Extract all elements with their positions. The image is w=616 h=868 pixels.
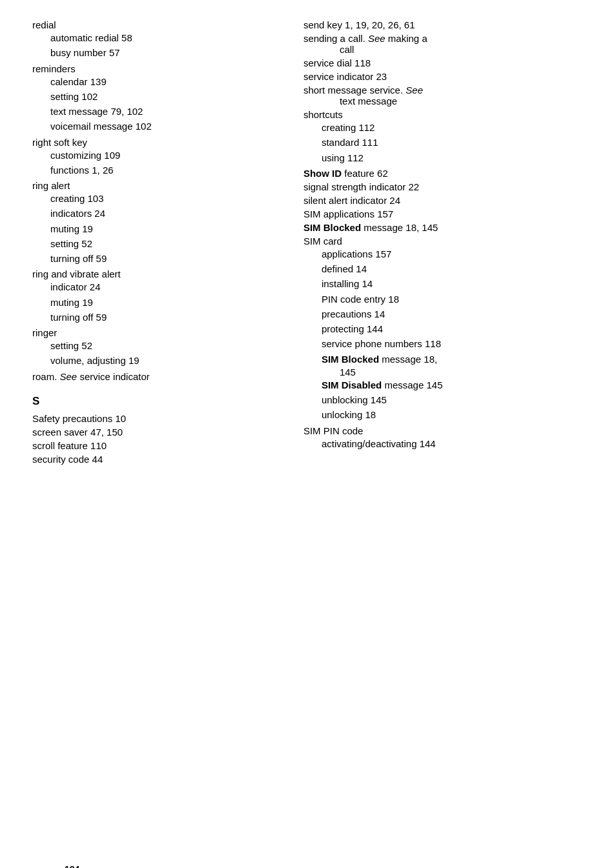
safety-entry: Safety precautions 10: [32, 413, 284, 424]
sim-card-entry: SIM card applications 157 defined 14 ins…: [303, 236, 584, 423]
right-soft-key-main: right soft key: [32, 137, 284, 148]
redial-entry: redial automatic redial 58 busy number 5…: [32, 19, 284, 61]
ring-alert-turning-off: turning off 59: [32, 251, 284, 266]
service-indicator-main: service indicator 23: [303, 71, 584, 82]
sim-blocked-sub-cont: 145: [303, 367, 584, 378]
ringer-entry: ringer setting 52 volume, adjusting 19: [32, 327, 284, 368]
shortcuts-main: shortcuts: [303, 109, 584, 120]
ring-alert-main: ring alert: [32, 180, 284, 191]
right-soft-key-functions: functions 1, 26: [32, 163, 284, 177]
reminders-voicemail: voicemail message 102: [32, 119, 284, 134]
silent-alert-entry: silent alert indicator 24: [303, 195, 584, 206]
sim-card-unblocking: unblocking 145: [303, 392, 584, 407]
sim-card-unlocking: unlocking 18: [303, 407, 584, 422]
sim-card-main: SIM card: [303, 236, 584, 247]
scroll-feature-main: scroll feature 110: [32, 440, 284, 451]
ringer-main: ringer: [32, 327, 284, 338]
sim-pin-code-main: SIM PIN code: [303, 425, 584, 436]
scroll-feature-entry: scroll feature 110: [32, 440, 284, 451]
sim-applications-entry: SIM applications 157: [303, 208, 584, 219]
automatic-redial: automatic redial 58: [32, 30, 284, 45]
short-message-entry: short message service. See text message: [303, 85, 584, 106]
reminders-entry: reminders calendar 139 setting 102 text …: [32, 63, 284, 134]
roam-entry: roam. See service indicator: [32, 371, 284, 382]
sending-a-call-cont: call: [303, 44, 584, 55]
service-indicator-entry: service indicator 23: [303, 71, 584, 82]
sim-card-installing: installing 14: [303, 276, 584, 291]
show-id-entry: Show ID feature 62: [303, 168, 584, 179]
security-code-main: security code 44: [32, 454, 284, 465]
shortcuts-creating: creating 112: [303, 120, 584, 135]
ring-alert-indicators: indicators 24: [32, 206, 284, 221]
short-message-main: short message service. See: [303, 85, 584, 96]
section-s-letter: S: [32, 395, 284, 408]
ring-alert-creating: creating 103: [32, 191, 284, 206]
send-key-entry: send key 1, 19, 20, 26, 61: [303, 19, 584, 30]
ringer-volume: volume, adjusting 19: [32, 353, 284, 368]
security-code-entry: security code 44: [32, 454, 284, 465]
roam-main: roam. See service indicator: [32, 371, 284, 382]
sim-card-service-phone: service phone numbers 118: [303, 336, 584, 351]
sim-pin-activating: activating/deactivating 144: [303, 436, 584, 451]
reminders-main: reminders: [32, 63, 284, 74]
signal-strength-entry: signal strength indicator 22: [303, 181, 584, 192]
sending-a-call-main: sending a call. See making a: [303, 33, 584, 44]
service-dial-entry: service dial 118: [303, 57, 584, 68]
right-soft-key-entry: right soft key customizing 109 functions…: [32, 137, 284, 178]
ring-vibrate-turning-off: turning off 59: [32, 310, 284, 325]
reminders-calendar: calendar 139: [32, 74, 284, 89]
send-key-main: send key 1, 19, 20, 26, 61: [303, 19, 584, 30]
sim-blocked-top-entry: SIM Blocked message 18, 145: [303, 222, 584, 233]
ring-alert-muting: muting 19: [32, 221, 284, 236]
sim-card-applications: applications 157: [303, 247, 584, 261]
shortcuts-standard: standard 111: [303, 135, 584, 150]
ring-and-vibrate-entry: ring and vibrate alert indicator 24 muti…: [32, 268, 284, 325]
ring-and-vibrate-main: ring and vibrate alert: [32, 268, 284, 279]
sim-applications-main: SIM applications 157: [303, 208, 584, 219]
sim-card-defined: defined 14: [303, 261, 584, 276]
sim-card-pin-entry: PIN code entry 18: [303, 292, 584, 307]
signal-strength-main: signal strength indicator 22: [303, 181, 584, 192]
sim-card-precautions: precautions 14: [303, 307, 584, 321]
busy-number: busy number 57: [32, 45, 284, 60]
sim-blocked-sub: SIM Blocked message 18,: [303, 352, 584, 367]
page-number: 184: [65, 864, 79, 868]
reminders-setting: setting 102: [32, 89, 284, 104]
ring-vibrate-muting: muting 19: [32, 295, 284, 310]
right-soft-key-customizing: customizing 109: [32, 148, 284, 163]
ring-alert-entry: ring alert creating 103 indicators 24 mu…: [32, 180, 284, 266]
left-column: redial automatic redial 58 busy number 5…: [32, 19, 297, 467]
sim-card-protecting: protecting 144: [303, 321, 584, 336]
right-column: send key 1, 19, 20, 26, 61 sending a cal…: [297, 19, 584, 467]
silent-alert-main: silent alert indicator 24: [303, 195, 584, 206]
ring-vibrate-indicator: indicator 24: [32, 279, 284, 294]
short-message-cont: text message: [303, 96, 584, 106]
sim-pin-code-entry: SIM PIN code activating/deactivating 144: [303, 425, 584, 451]
screen-saver-main: screen saver 47, 150: [32, 427, 284, 438]
service-dial-main: service dial 118: [303, 57, 584, 68]
reminders-text-message: text message 79, 102: [32, 104, 284, 119]
show-id-main: Show ID feature 62: [303, 168, 584, 179]
redial-main: redial: [32, 19, 284, 30]
safety-main: Safety precautions 10: [32, 413, 284, 424]
sim-disabled-sub: SIM Disabled message 145: [303, 378, 584, 392]
shortcuts-using: using 112: [303, 150, 584, 165]
sim-blocked-top-main: SIM Blocked message 18, 145: [303, 222, 584, 233]
ring-alert-setting: setting 52: [32, 236, 284, 251]
screen-saver-entry: screen saver 47, 150: [32, 427, 284, 438]
sending-a-call-entry: sending a call. See making a call: [303, 33, 584, 55]
shortcuts-entry: shortcuts creating 112 standard 111 usin…: [303, 109, 584, 165]
ringer-setting: setting 52: [32, 338, 284, 353]
